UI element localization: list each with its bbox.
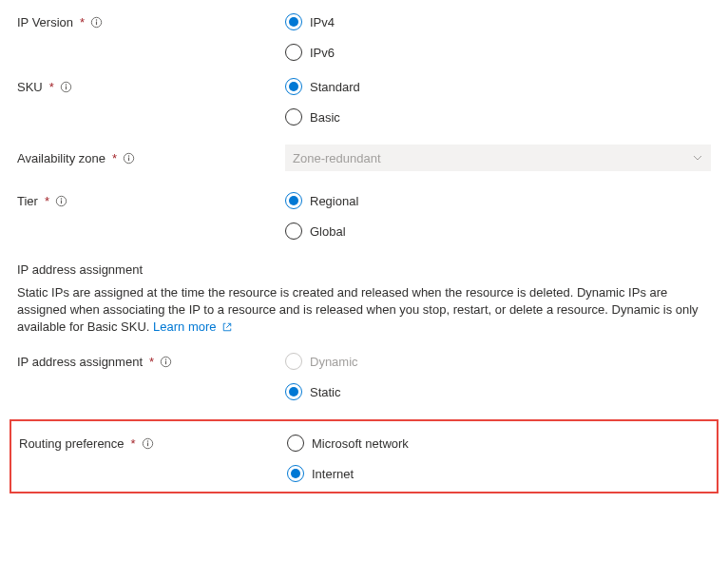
- control-sku: Standard Basic: [285, 74, 711, 139]
- row-routing-preference: Routing preference * Microsoft network I…: [19, 431, 709, 488]
- svg-point-7: [128, 155, 129, 156]
- label-routing-preference: Routing preference *: [19, 431, 287, 451]
- label-text: Tier: [17, 194, 38, 208]
- radio-routing-microsoft[interactable]: Microsoft network: [287, 435, 709, 452]
- availability-zone-dropdown[interactable]: Zone-redundant: [285, 145, 711, 171]
- required-mark: *: [45, 194, 49, 208]
- learn-more-link[interactable]: Learn more: [153, 319, 233, 334]
- row-availability-zone: Availability zone * Zone-redundant: [17, 145, 711, 171]
- chevron-down-icon: [692, 152, 703, 164]
- label-ip-version: IP Version *: [17, 10, 285, 29]
- info-icon[interactable]: [55, 195, 67, 207]
- radio-sku-standard[interactable]: Standard: [285, 78, 711, 95]
- radio-ipv6[interactable]: IPv6: [285, 44, 711, 61]
- dropdown-value: Zone-redundant: [293, 151, 381, 165]
- radio-label: IPv6: [310, 46, 335, 60]
- svg-rect-17: [147, 443, 148, 447]
- label-text: IP address assignment: [17, 355, 143, 369]
- radio-label: Static: [310, 385, 341, 399]
- info-icon[interactable]: [123, 152, 135, 164]
- radio-routing-internet[interactable]: Internet: [287, 465, 709, 482]
- control-ip-assignment: Dynamic Static: [285, 349, 711, 414]
- radio-indicator: [285, 44, 302, 61]
- control-routing-preference: Microsoft network Internet: [287, 431, 709, 488]
- radio-indicator: [285, 192, 302, 209]
- radio-indicator: [285, 78, 302, 95]
- radio-assignment-dynamic: Dynamic: [285, 353, 711, 370]
- radio-indicator: [285, 383, 302, 400]
- radio-label: Microsoft network: [312, 436, 409, 451]
- required-mark: *: [112, 151, 117, 165]
- svg-rect-2: [96, 22, 97, 26]
- control-tier: Regional Global: [285, 188, 711, 253]
- label-text: IP Version: [17, 15, 73, 29]
- required-mark: *: [149, 355, 154, 369]
- external-link-icon: [221, 321, 233, 333]
- section-description: Static IPs are assigned at the time the …: [17, 284, 711, 336]
- label-text: Availability zone: [17, 151, 105, 165]
- label-text: SKU: [17, 80, 43, 94]
- radio-sku-basic[interactable]: Basic: [285, 108, 711, 126]
- info-icon[interactable]: [160, 356, 172, 368]
- description-text: Static IPs are assigned at the time the …: [17, 285, 699, 334]
- radio-indicator: [285, 222, 302, 240]
- required-mark: *: [131, 436, 136, 451]
- radio-indicator: [287, 465, 304, 482]
- radio-indicator: [285, 13, 302, 30]
- row-sku: SKU * Standard Basic: [17, 74, 711, 139]
- radio-label: Regional: [310, 194, 358, 208]
- radio-label: Basic: [310, 110, 340, 125]
- radio-indicator: [287, 435, 304, 452]
- radio-ipv4[interactable]: IPv4: [285, 13, 711, 30]
- control-ip-version: IPv4 IPv6: [285, 10, 711, 74]
- radio-indicator: [285, 353, 302, 370]
- label-ip-assignment: IP address assignment *: [17, 349, 285, 369]
- label-availability-zone: Availability zone *: [17, 151, 285, 165]
- radio-label: IPv4: [310, 15, 335, 29]
- radio-tier-global[interactable]: Global: [285, 222, 711, 240]
- row-tier: Tier * Regional Global: [17, 188, 711, 253]
- section-title-ip-assignment: IP address assignment: [17, 262, 711, 277]
- label-tier: Tier *: [17, 188, 285, 208]
- label-text: Routing preference: [19, 436, 125, 451]
- radio-label: Internet: [312, 467, 354, 481]
- svg-point-1: [96, 19, 97, 20]
- info-icon[interactable]: [60, 81, 72, 93]
- svg-point-4: [66, 84, 67, 85]
- svg-rect-11: [61, 201, 62, 204]
- svg-point-10: [61, 198, 62, 199]
- required-mark: *: [80, 15, 85, 29]
- radio-label: Standard: [310, 80, 360, 94]
- link-text: Learn more: [153, 319, 216, 334]
- routing-preference-highlight: Routing preference * Microsoft network I…: [10, 419, 718, 493]
- radio-label: Global: [310, 224, 346, 239]
- row-ip-version: IP Version * IPv4 IPv6: [17, 10, 711, 74]
- info-icon[interactable]: [90, 16, 103, 29]
- svg-point-16: [146, 440, 147, 441]
- required-mark: *: [49, 80, 54, 94]
- svg-point-13: [165, 358, 166, 359]
- radio-assignment-static[interactable]: Static: [285, 383, 711, 400]
- row-ip-assignment: IP address assignment * Dynamic Static: [17, 349, 711, 414]
- control-availability-zone: Zone-redundant: [285, 145, 711, 171]
- info-icon[interactable]: [142, 437, 154, 450]
- label-sku: SKU *: [17, 74, 285, 94]
- radio-tier-regional[interactable]: Regional: [285, 192, 711, 209]
- svg-rect-5: [66, 87, 67, 90]
- svg-rect-14: [165, 361, 166, 365]
- form-body: IP Version * IPv4 IPv6 SKU *: [0, 0, 728, 518]
- radio-label: Dynamic: [310, 355, 358, 369]
- svg-rect-8: [128, 157, 129, 161]
- radio-indicator: [285, 108, 302, 126]
